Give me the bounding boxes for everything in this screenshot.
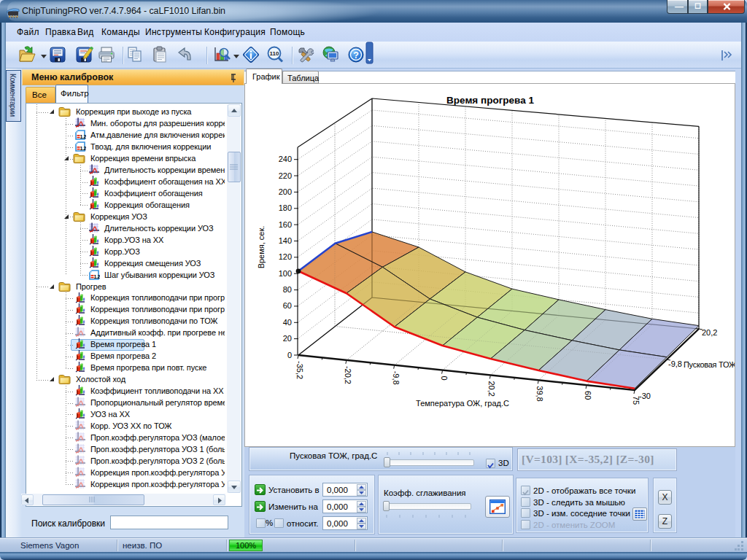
svg-text:140: 140 (279, 236, 292, 245)
svg-text:?: ? (353, 50, 359, 61)
svg-text:39,8: 39,8 (535, 386, 544, 401)
svg-text:180: 180 (279, 203, 292, 212)
svg-text:Время прогрева 1: Время прогрева 1 (446, 95, 534, 106)
svg-text:0: 0 (440, 376, 449, 381)
svg-text:220: 220 (279, 171, 292, 180)
svg-text:Время, сек.: Время, сек. (257, 226, 266, 269)
svg-text:60: 60 (584, 391, 592, 400)
svg-text:240: 240 (279, 155, 292, 163)
svg-text:-20,2: -20,2 (344, 366, 352, 384)
svg-text:80: 80 (283, 285, 292, 294)
svg-text:20,2: 20,2 (487, 381, 496, 396)
svg-text:-9,8: -9,8 (392, 371, 400, 385)
svg-text:100: 100 (279, 269, 292, 278)
svg-text:20,2: 20,2 (702, 328, 717, 337)
svg-text:110: 110 (270, 50, 279, 57)
svg-text:Температура ОЖ, град.С: Температура ОЖ, град.С (416, 399, 509, 408)
svg-text:Пусковая ТОЖ, гра: Пусковая ТОЖ, гра (684, 360, 735, 369)
svg-text:200: 200 (279, 187, 292, 196)
svg-text:-35,2: -35,2 (295, 361, 304, 379)
svg-text:-30: -30 (639, 392, 651, 400)
svg-text:60: 60 (283, 301, 292, 310)
svg-text:20: 20 (283, 334, 292, 343)
svg-text:120: 120 (279, 252, 292, 261)
svg-text:0: 0 (287, 351, 292, 359)
svg-text:40: 40 (283, 318, 292, 327)
svg-text:-9,8: -9,8 (668, 359, 682, 368)
svg-text:160: 160 (279, 220, 292, 229)
